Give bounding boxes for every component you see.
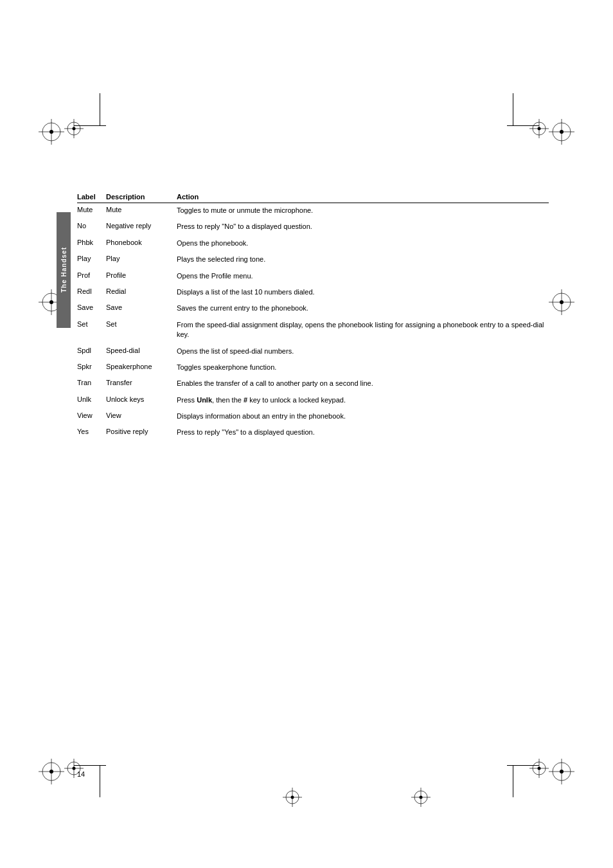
crop-line-br-v xyxy=(513,765,513,797)
cell-description: Speakerphone xyxy=(106,363,177,370)
table-row: SetSetFrom the speed-dial assignment dis… xyxy=(77,320,549,340)
cell-description: Unlock keys xyxy=(106,395,177,403)
cell-label: Unlk xyxy=(77,395,106,403)
header-description: Description xyxy=(106,193,177,201)
table-row: YesPositive replyPress to reply "Yes" to… xyxy=(77,428,549,437)
svg-point-19 xyxy=(49,300,53,304)
cell-action: Press Unlk, then the # key to unlock a l… xyxy=(177,395,549,405)
table-row: SaveSaveSaves the current entry to the p… xyxy=(77,303,549,313)
cell-label: Yes xyxy=(77,428,106,435)
table-row: PlayPlayPlays the selected ring tone. xyxy=(77,255,549,264)
cell-action: Opens the phonebook. xyxy=(177,239,549,248)
cell-action: Toggles to mute or unmute the microphone… xyxy=(177,206,549,215)
sidebar-tab: The Handset xyxy=(57,212,71,328)
sidebar-tab-label: The Handset xyxy=(60,247,67,293)
table-row: NoNegative replyPress to reply "No" to a… xyxy=(77,222,549,231)
reference-table: Label Description Action MuteMuteToggles… xyxy=(77,193,549,438)
cell-description: Speed-dial xyxy=(106,347,177,354)
table-row: ViewViewDisplays information about an en… xyxy=(77,411,549,421)
cell-label: View xyxy=(77,411,106,419)
table-row: SpkrSpeakerphoneToggles speakerphone fun… xyxy=(77,363,549,372)
header-action: Action xyxy=(177,193,549,201)
table-row: RedlRedialDisplays a list of the last 10… xyxy=(77,287,549,297)
cell-label: Tran xyxy=(77,379,106,386)
cell-label: Set xyxy=(77,320,106,328)
cell-description: Mute xyxy=(106,206,177,213)
cell-action: Displays information about an entry in t… xyxy=(177,411,549,421)
cell-description: Positive reply xyxy=(106,428,177,435)
cell-description: Profile xyxy=(106,271,177,279)
crop-line-bl-v xyxy=(100,765,100,797)
cell-description: Set xyxy=(106,320,177,328)
crop-line-tl-h xyxy=(74,125,106,126)
header-label: Label xyxy=(77,193,106,201)
reg-mark-bm2 xyxy=(411,788,431,807)
cell-label: Mute xyxy=(77,206,106,213)
cell-description: View xyxy=(106,411,177,419)
cell-action: Press to reply "Yes" to a displayed ques… xyxy=(177,428,549,437)
cell-action: From the speed-dial assignment display, … xyxy=(177,320,549,340)
table-row: PhbkPhonebookOpens the phonebook. xyxy=(77,239,549,248)
cell-description: Negative reply xyxy=(106,222,177,230)
svg-point-7 xyxy=(73,127,76,131)
reg-mark-tr xyxy=(549,119,574,145)
reg-mark-tl xyxy=(39,119,64,145)
svg-point-47 xyxy=(420,796,423,799)
cell-action: Saves the current entry to the phonebook… xyxy=(177,303,549,313)
cell-label: Play xyxy=(77,255,106,262)
reg-mark-bl xyxy=(39,759,64,784)
cell-label: Spkr xyxy=(77,363,106,370)
reg-mark-br xyxy=(549,759,574,784)
cell-label: Phbk xyxy=(77,239,106,246)
cell-action: Opens the list of speed-dial numbers. xyxy=(177,347,549,356)
svg-point-35 xyxy=(560,770,564,773)
svg-point-31 xyxy=(73,767,76,770)
reg-mark-tl2 xyxy=(64,119,84,138)
svg-point-11 xyxy=(560,130,564,134)
cell-description: Save xyxy=(106,303,177,311)
cell-action: Plays the selected ring tone. xyxy=(177,255,549,264)
cell-label: Prof xyxy=(77,271,106,279)
table-row: TranTransferEnables the transfer of a ca… xyxy=(77,379,549,388)
svg-point-3 xyxy=(49,130,53,134)
table-body: MuteMuteToggles to mute or unmute the mi… xyxy=(77,206,549,438)
reg-mark-tr2 xyxy=(529,119,549,138)
cell-action: Toggles speakerphone function. xyxy=(177,363,549,372)
svg-point-15 xyxy=(538,127,541,131)
svg-point-27 xyxy=(49,770,53,773)
cell-description: Phonebook xyxy=(106,239,177,246)
reg-mark-bm xyxy=(283,788,302,807)
reg-mark-mr xyxy=(549,289,574,315)
table-row: ProfProfileOpens the Profile menu. xyxy=(77,271,549,281)
cell-action: Enables the transfer of a call to anothe… xyxy=(177,379,549,388)
svg-point-39 xyxy=(538,767,541,770)
cell-label: Save xyxy=(77,303,106,311)
cell-action: Opens the Profile menu. xyxy=(177,271,549,281)
cell-action: Press to reply "No" to a displayed quest… xyxy=(177,222,549,231)
cell-label: Spdl xyxy=(77,347,106,354)
cell-description: Play xyxy=(106,255,177,262)
crop-line-tl-v xyxy=(100,93,100,125)
cell-description: Transfer xyxy=(106,379,177,386)
cell-action: Displays a list of the last 10 numbers d… xyxy=(177,287,549,297)
svg-point-23 xyxy=(560,300,564,304)
table-row: MuteMuteToggles to mute or unmute the mi… xyxy=(77,206,549,215)
cell-label: No xyxy=(77,222,106,230)
cell-description: Redial xyxy=(106,287,177,295)
table-row: SpdlSpeed-dialOpens the list of speed-di… xyxy=(77,347,549,356)
main-content: Label Description Action MuteMuteToggles… xyxy=(77,193,549,444)
svg-point-43 xyxy=(291,796,294,799)
table-header: Label Description Action xyxy=(77,193,549,203)
page-number: 14 xyxy=(77,770,85,778)
reg-mark-br2 xyxy=(529,759,549,778)
crop-line-bl-h xyxy=(74,765,106,766)
crop-line-tr-v xyxy=(513,93,513,125)
crop-line-br-h xyxy=(507,765,539,766)
crop-line-tr-h xyxy=(507,125,539,126)
table-row: UnlkUnlock keysPress Unlk, then the # ke… xyxy=(77,395,549,405)
cell-label: Redl xyxy=(77,287,106,295)
